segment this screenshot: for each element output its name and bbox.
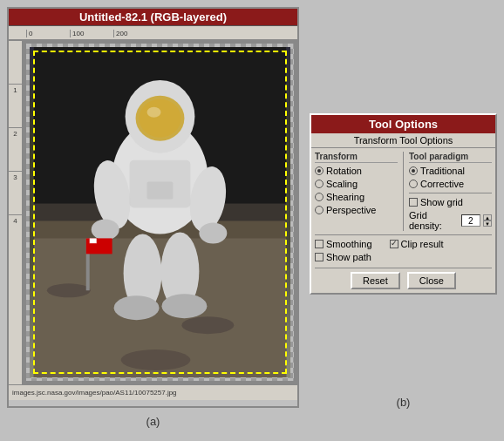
image-area: 1 2 3 4 — [9, 40, 297, 384]
footer-text: images.jsc.nasa.gov/images/pao/AS11/1007… — [12, 389, 177, 397]
ruler-mark-0: 0 — [26, 30, 70, 37]
svg-point-14 — [92, 219, 119, 240]
button-row: Reset Close — [315, 268, 492, 289]
ruler-mark-100: 100 — [70, 30, 113, 37]
rotation-radio[interactable] — [315, 166, 324, 175]
ruler-left: 1 2 3 4 — [9, 40, 23, 384]
show-path-label: Show path — [326, 252, 371, 262]
smoothing-label: Smoothing — [326, 239, 372, 249]
show-path-row[interactable]: Show path — [315, 252, 492, 262]
shearing-label: Shearing — [326, 192, 364, 202]
ruler-marks-horizontal: 0 100 200 — [26, 30, 157, 37]
svg-point-10 — [140, 99, 181, 138]
clip-result-checkbox[interactable] — [390, 240, 398, 248]
ruler-mark-200: 200 — [113, 30, 157, 37]
main-divider — [315, 234, 492, 235]
image-footer: images.jsc.nasa.gov/images/pao/AS11/1007… — [9, 384, 297, 400]
spin-up[interactable]: ▲ — [483, 214, 492, 220]
show-grid-row[interactable]: Show grid — [409, 197, 492, 207]
smoothing-checkbox[interactable] — [315, 240, 324, 248]
image-window: Untitled-82.1 (RGB-layered) 0 100 200 1 … — [7, 7, 299, 408]
smoothing-row[interactable]: Smoothing — [315, 239, 372, 249]
corrective-label: Corrective — [420, 179, 464, 189]
transform-column: Transform Rotation Scaling Shearing Pers… — [315, 152, 404, 231]
transform-header: Transform — [315, 152, 398, 163]
tool-options-subtitle: Transform Tool Options — [311, 133, 495, 148]
svg-point-15 — [199, 222, 227, 243]
svg-point-5 — [181, 316, 234, 334]
paradigm-header: Tool paradigm — [409, 152, 492, 163]
ruler-v-1 — [9, 40, 22, 84]
tool-options-title: Tool Options — [311, 115, 495, 133]
svg-rect-24 — [90, 238, 97, 243]
astronaut-bg — [30, 47, 290, 377]
perspective-radio[interactable] — [315, 206, 324, 214]
svg-point-20 — [161, 294, 207, 318]
clip-result-label: Clip result — [401, 239, 444, 249]
ruler-top: 0 100 200 — [9, 26, 297, 40]
reset-button[interactable]: Reset — [351, 272, 400, 289]
rotation-label: Rotation — [326, 166, 362, 176]
svg-rect-25 — [90, 243, 97, 248]
columns-container: Transform Rotation Scaling Shearing Pers… — [315, 152, 492, 231]
scaling-row[interactable]: Scaling — [315, 179, 398, 189]
svg-point-6 — [121, 349, 191, 370]
svg-point-4 — [47, 283, 91, 297]
grid-density-input[interactable]: 2 — [461, 214, 480, 227]
bottom-options: Smoothing Clip result Show path — [315, 239, 492, 262]
label-a: (a) — [7, 415, 299, 428]
shearing-row[interactable]: Shearing — [315, 192, 398, 202]
svg-point-11 — [147, 107, 161, 118]
ruler-v-5: 4 — [9, 214, 22, 258]
corrective-radio[interactable] — [409, 180, 418, 188]
rotation-row[interactable]: Rotation — [315, 166, 398, 176]
tool-options-window: Tool Options Transform Tool Options Tran… — [310, 113, 497, 295]
paradigm-column: Tool paradigm Traditional Corrective Sho… — [407, 152, 492, 231]
ruler-v-3: 2 — [9, 127, 22, 171]
traditional-radio[interactable] — [409, 166, 418, 175]
show-grid-label: Show grid — [420, 197, 463, 207]
corrective-row[interactable]: Corrective — [409, 179, 492, 189]
perspective-label: Perspective — [326, 205, 376, 215]
label-b: (b) — [310, 396, 497, 409]
shearing-radio[interactable] — [315, 193, 324, 201]
paradigm-divider — [409, 193, 492, 193]
astronaut-image — [30, 47, 290, 377]
scaling-radio[interactable] — [315, 180, 324, 188]
show-path-checkbox[interactable] — [315, 253, 324, 261]
ruler-marks-vertical: 1 2 3 4 — [9, 40, 22, 258]
close-button[interactable]: Close — [407, 272, 456, 289]
perspective-row[interactable]: Perspective — [315, 205, 398, 215]
ruler-v-2: 1 — [9, 84, 22, 127]
tool-options-body: Transform Rotation Scaling Shearing Pers… — [311, 148, 495, 293]
show-grid-checkbox[interactable] — [409, 198, 418, 207]
scaling-label: Scaling — [326, 179, 358, 189]
image-window-title: Untitled-82.1 (RGB-layered) — [9, 9, 297, 26]
traditional-row[interactable]: Traditional — [409, 166, 492, 176]
canvas-area[interactable] — [23, 40, 297, 384]
grid-density-row: Grid density: 2 ▲ ▼ — [409, 210, 492, 231]
svg-rect-21 — [147, 182, 174, 200]
grid-density-label: Grid density: — [409, 210, 459, 231]
clip-result-row[interactable]: Clip result — [390, 239, 444, 249]
spin-down[interactable]: ▼ — [483, 220, 492, 227]
grid-density-spinner[interactable]: ▲ ▼ — [483, 214, 492, 227]
svg-point-19 — [114, 295, 160, 320]
traditional-label: Traditional — [420, 166, 465, 176]
ruler-v-4: 3 — [9, 171, 22, 214]
